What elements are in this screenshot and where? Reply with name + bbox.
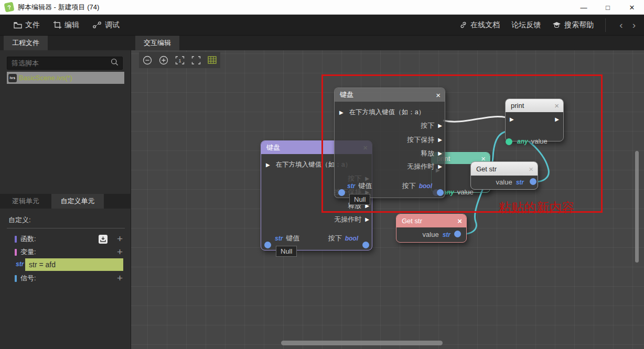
close-node-icon[interactable]: × — [457, 217, 462, 225]
value-output-port[interactable] — [454, 231, 461, 237]
zoom-fit-button[interactable] — [189, 53, 203, 67]
grid-toggle-button[interactable] — [206, 53, 219, 67]
vertical-scrollbar[interactable] — [635, 151, 639, 263]
paste-selection-rectangle — [321, 74, 603, 213]
canvas-toolbar: 1 — [139, 52, 220, 68]
zoom-in-button[interactable] — [157, 53, 170, 67]
zoom-actual-button[interactable]: 1 — [173, 53, 187, 67]
node-overlay: 键盘 × ▶ 在下方填入键值（如：a） 按下▶ 按下保持▶ 释放▶ 无操作时▶ … — [0, 0, 644, 349]
svg-text:1: 1 — [178, 58, 181, 63]
zoom-out-button[interactable] — [141, 53, 154, 67]
node-get-str-original[interactable]: Get str × value str — [396, 214, 467, 243]
node-header-get-str-original[interactable]: Get str × — [396, 214, 466, 227]
horizontal-scrollbar[interactable] — [281, 341, 443, 345]
paste-annotation-text: 粘贴的新内容 — [499, 199, 574, 216]
script-editor-window: ? 脚本编辑器 - 新建项目 (74) — □ ✕ 文件 编辑 调试 在线文档 — [0, 0, 644, 349]
